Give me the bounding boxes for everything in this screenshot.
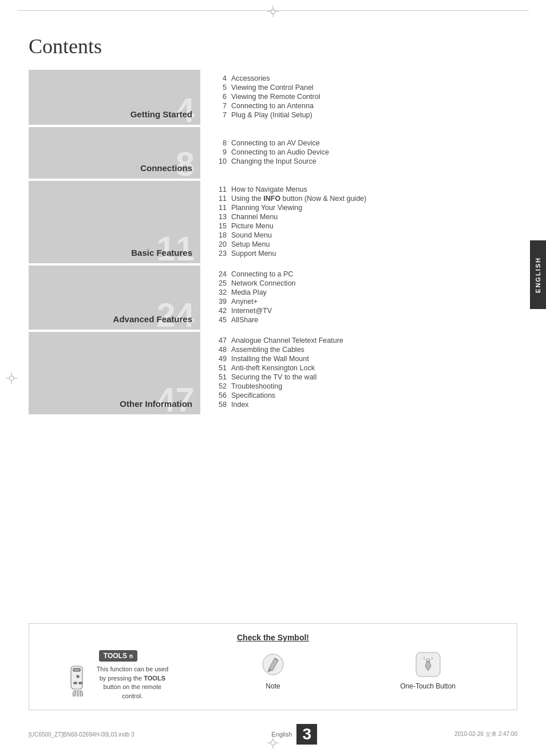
toc-item-page: 47	[212, 337, 227, 345]
tools-remote-svg	[66, 665, 89, 696]
toc-item-label: Specifications	[231, 391, 517, 399]
symbol-box-content: TOOLS ⎋ This function	[41, 650, 505, 700]
tools-icon: ⎋	[129, 653, 133, 659]
section-connections: Connections88Connecting to an AV Device9…	[29, 127, 517, 179]
toc-item: 51Securing the TV to the wall	[212, 373, 517, 381]
toc-item-label: Anynet+	[231, 298, 517, 306]
toc-item: 18Sound Menu	[212, 231, 517, 239]
toc-item-page: 9	[212, 148, 227, 156]
toc-item: 7Connecting to an Antenna	[212, 102, 517, 110]
section-items-advanced-features: 24Connecting to a PC25Network Connection…	[200, 266, 517, 330]
toc-item: 4Accessories	[212, 74, 517, 82]
toc-item-page: 52	[212, 382, 227, 390]
toc-item: 42Internet@TV	[212, 307, 517, 315]
section-getting-started: Getting Started44Accessories5Viewing the…	[29, 70, 517, 125]
section-items-connections: 8Connecting to an AV Device9Connecting t…	[200, 127, 517, 179]
crosshair-bottom-decoration	[267, 737, 279, 750]
toc-item: 32Media Play	[212, 288, 517, 296]
toc-item: 10Changing the Input Source	[212, 157, 517, 165]
symbol-note-item: Note	[221, 650, 325, 690]
toc-item-page: 48	[212, 346, 227, 354]
toc-item: 25Network Connection	[212, 279, 517, 287]
page-border-top	[17, 10, 529, 11]
toc-item-page: 18	[212, 231, 227, 239]
toc-item-page: 6	[212, 93, 227, 101]
svg-point-12	[77, 675, 79, 678]
svg-rect-11	[73, 668, 80, 671]
toc-item-label: Media Play	[231, 288, 517, 296]
toc-item-page: 23	[212, 250, 227, 258]
toc-item-page: 51	[212, 373, 227, 381]
toc-item-label: Assembling the Cables	[231, 346, 517, 354]
section-advanced-features: Advanced Features2424Connecting to a PC2…	[29, 266, 517, 330]
toc-item-label: Index	[231, 401, 517, 409]
toc-item-label: Using the INFO button (Now & Next guide)	[231, 195, 517, 203]
section-title-connections: Connections	[140, 163, 192, 173]
section-label-advanced-features: Advanced Features24	[29, 266, 200, 330]
toc-item: 49Installing the Wall Mount	[212, 355, 517, 363]
section-title-advanced-features: Advanced Features	[113, 314, 192, 324]
toc-item-page: 11	[212, 185, 227, 193]
toc-item-label: Changing the Input Source	[231, 157, 517, 165]
toc-item-page: 45	[212, 316, 227, 324]
section-items-getting-started: 4Accessories5Viewing the Control Panel6V…	[200, 70, 517, 125]
toc-item-page: 15	[212, 222, 227, 230]
toc-item-page: 25	[212, 279, 227, 287]
english-tab-label: ENGLISH	[535, 257, 541, 293]
toc-item-page: 32	[212, 288, 227, 296]
toc-item-label: Viewing the Control Panel	[231, 84, 517, 92]
toc-item: 24Connecting to a PC	[212, 270, 517, 278]
toc-item-page: 5	[212, 84, 227, 92]
symbol-box-title: Check the Symbol!	[41, 633, 505, 642]
toc-item: 20Setup Menu	[212, 240, 517, 248]
onetouch-label: One-Touch Button	[400, 682, 456, 690]
toc-item-page: 13	[212, 213, 227, 221]
tools-description-text: This function can be used by pressing th…	[95, 665, 169, 700]
toc-container: Getting Started44Accessories5Viewing the…	[29, 70, 517, 414]
toc-item: 52Troubleshooting	[212, 382, 517, 390]
svg-rect-13	[74, 682, 77, 684]
toc-item: 51Anti-theft Kensington Lock	[212, 364, 517, 372]
toc-item-label: Accessories	[231, 74, 517, 82]
section-label-connections: Connections8	[29, 127, 200, 179]
section-title-getting-started: Getting Started	[130, 109, 192, 119]
section-items-other-information: 47Analogue Channel Teletext Feature48Ass…	[200, 332, 517, 414]
svg-point-22	[271, 741, 275, 745]
section-title-basic-features: Basic Features	[131, 248, 192, 258]
toc-item-label: Connecting to a PC	[231, 270, 517, 278]
toc-item-label: Securing the TV to the wall	[231, 373, 517, 381]
toc-item: 48Assembling the Cables	[212, 346, 517, 354]
toc-item-label: Network Connection	[231, 279, 517, 287]
toc-item-page: 49	[212, 355, 227, 363]
toc-item: 23Support Menu	[212, 250, 517, 258]
toc-item-label: Installing the Wall Mount	[231, 355, 517, 363]
toc-item: 7Plug & Play (Initial Setup)	[212, 111, 517, 119]
toc-item: 56Specifications	[212, 391, 517, 399]
toc-item: 6Viewing the Remote Control	[212, 93, 517, 101]
toc-item-label: Picture Menu	[231, 222, 517, 230]
tools-badge: TOOLS ⎋	[99, 650, 137, 662]
toc-item-page: 11	[212, 204, 227, 212]
toc-item: 9Connecting to an Audio Device	[212, 148, 517, 156]
toc-item-page: 4	[212, 74, 227, 82]
onetouch-icon	[414, 650, 442, 679]
svg-rect-14	[79, 682, 82, 684]
toc-item-label: Anti-theft Kensington Lock	[231, 364, 517, 372]
toc-item-label: Connecting to an Audio Device	[231, 148, 517, 156]
toc-item-label: Support Menu	[231, 250, 517, 258]
toc-item-page: 7	[212, 102, 227, 110]
toc-item-page: 20	[212, 240, 227, 248]
symbol-onetouch-item: One-Touch Button	[377, 650, 480, 690]
toc-item: 11How to Navigate Menus	[212, 185, 517, 193]
english-tab: ENGLISH	[530, 240, 546, 309]
toc-item-page: 39	[212, 298, 227, 306]
tools-description-group: This function can be used by pressing th…	[66, 665, 169, 700]
toc-item: 47Analogue Channel Teletext Feature	[212, 337, 517, 345]
toc-item-page: 11	[212, 195, 227, 203]
toc-item-label: Connecting to an Antenna	[231, 102, 517, 110]
toc-item-page: 56	[212, 391, 227, 399]
page-number: 3	[296, 724, 317, 745]
toc-item-label: How to Navigate Menus	[231, 185, 517, 193]
toc-item-label: Channel Menu	[231, 213, 517, 221]
toc-item-page: 42	[212, 307, 227, 315]
